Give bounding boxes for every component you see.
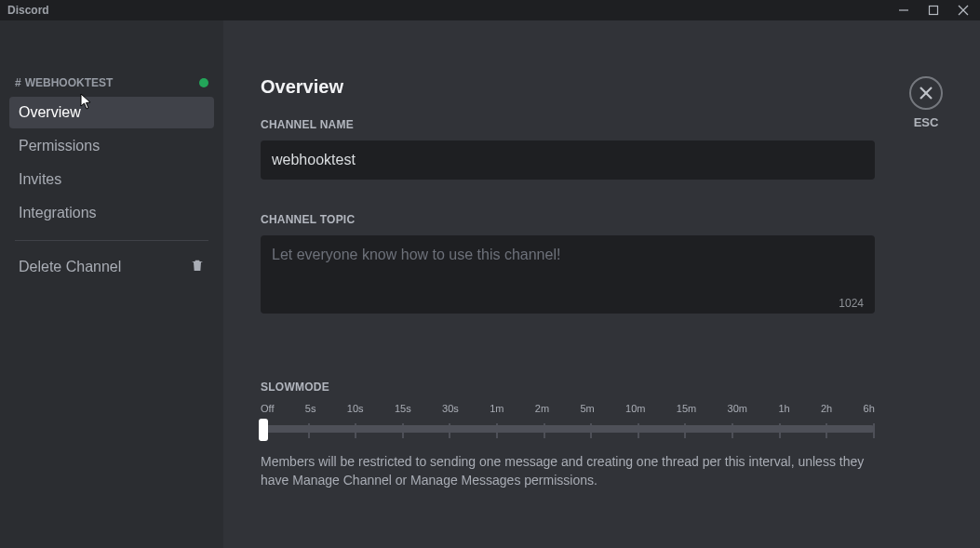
slowmode-slider[interactable]: Off5s10s15s30s1m2m5m10m15m30m1h2h6h — [261, 403, 875, 442]
app-name: Discord — [7, 4, 49, 17]
slider-tick-mark — [590, 423, 592, 438]
slider-tick-label: 30m — [728, 403, 747, 414]
slider-thumb[interactable] — [259, 419, 268, 441]
settings-main: ESC Overview CHANNEL NAME CHANNEL TOPIC … — [223, 20, 980, 548]
slider-tick-mark — [355, 423, 356, 438]
slider-tick-label: 10m — [625, 403, 645, 414]
channel-name-label: CHANNEL NAME — [261, 118, 943, 131]
titlebar: Discord — [0, 0, 980, 20]
slider-tick-label: 15m — [677, 403, 696, 414]
channel-topic-input[interactable] — [261, 235, 875, 314]
slider-tick-label: 2h — [821, 403, 832, 414]
slider-tick-mark — [684, 423, 686, 438]
slider-tick-label: 5m — [580, 403, 594, 414]
sidebar-item-integrations[interactable]: Integrations — [9, 197, 214, 229]
delete-channel-button[interactable]: Delete Channel — [9, 250, 214, 284]
slider-tick-mark — [779, 423, 781, 438]
sidebar-channel-name: WEBHOOKTEST — [25, 76, 114, 89]
channel-topic-label: CHANNEL TOPIC — [261, 213, 943, 226]
slider-tick-label: 1m — [490, 403, 503, 414]
slider-tick-mark — [449, 423, 450, 438]
minimize-button[interactable] — [891, 1, 917, 20]
sidebar-item-permissions[interactable]: Permissions — [9, 130, 214, 162]
slider-tick-mark — [496, 423, 498, 438]
esc-label: ESC — [914, 115, 939, 129]
slider-tick-label: 30s — [442, 403, 459, 414]
slider-tick-label: 15s — [395, 403, 411, 414]
window-close-button[interactable] — [950, 1, 976, 20]
slider-tick-label: 1h — [778, 403, 789, 414]
slider-tick-mark — [402, 423, 404, 438]
settings-sidebar: # WEBHOOKTEST OverviewPermissionsInvites… — [0, 20, 223, 548]
slider-tick-mark — [544, 423, 545, 438]
hash-icon: # — [15, 76, 21, 89]
svg-rect-1 — [930, 7, 938, 15]
close-control: ESC — [909, 76, 943, 129]
slider-tick-mark — [826, 423, 827, 438]
slider-tick-mark — [638, 423, 639, 438]
channel-topic-charcount: 1024 — [839, 297, 864, 310]
delete-channel-label: Delete Channel — [19, 259, 121, 275]
slider-tick-label: 5s — [305, 403, 316, 414]
page-title: Overview — [261, 76, 943, 98]
channel-name-input[interactable] — [261, 140, 875, 180]
status-indicator-icon — [199, 78, 208, 87]
window-controls — [891, 1, 976, 20]
slider-tick-label: Off — [261, 403, 274, 414]
slider-tick-mark — [308, 423, 310, 438]
sidebar-item-invites[interactable]: Invites — [9, 164, 214, 195]
slowmode-help-text: Members will be restricted to sending on… — [261, 453, 875, 489]
slider-tick-label: 6h — [864, 403, 875, 414]
sidebar-divider — [15, 240, 208, 241]
close-button[interactable] — [909, 76, 943, 110]
slider-tick-label: 2m — [535, 403, 549, 414]
trash-icon — [190, 258, 205, 276]
slider-tick-mark — [732, 423, 733, 438]
slider-tick-mark — [873, 423, 875, 438]
sidebar-channel-header: # WEBHOOKTEST — [9, 76, 214, 97]
maximize-button[interactable] — [920, 1, 946, 20]
sidebar-item-overview[interactable]: Overview — [9, 97, 214, 128]
slowmode-label: SLOWMODE — [261, 381, 943, 394]
slider-tick-label: 10s — [347, 403, 364, 414]
